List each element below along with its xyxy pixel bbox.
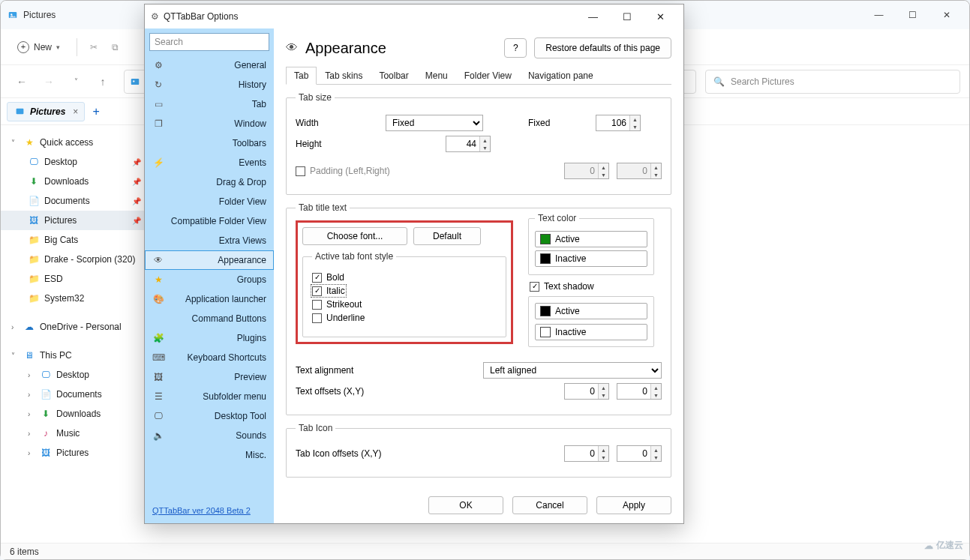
icon-offset-x-input[interactable]: ▲▼	[564, 445, 609, 462]
dialog-titlebar[interactable]: ⚙ QTTabBar Options — ☐ ✕	[145, 4, 683, 28]
add-tab-button[interactable]: +	[88, 105, 104, 118]
subtab-menu[interactable]: Menu	[417, 67, 456, 85]
inactive-color-button[interactable]: Inactive	[535, 250, 647, 267]
page-heading: Appearance	[305, 40, 386, 57]
tab-pictures[interactable]: Pictures ×	[7, 102, 85, 121]
padding-right-input[interactable]: ▲▼	[617, 163, 662, 179]
cancel-button[interactable]: Cancel	[512, 496, 587, 514]
nav-tab[interactable]: ▭Tab	[145, 94, 274, 114]
tab-close-icon[interactable]: ×	[73, 106, 78, 117]
tree-pc-desktop[interactable]: ›🖵Desktop	[1, 365, 147, 385]
icon-offset-y-input[interactable]: ▲▼	[617, 445, 662, 462]
nav-general[interactable]: ⚙General	[145, 55, 274, 75]
nav-toolbars[interactable]: Toolbars	[145, 133, 274, 153]
tree-pc-pictures[interactable]: ›🖼Pictures	[1, 443, 147, 463]
forward-button[interactable]: →	[37, 70, 61, 94]
subtab-folderview[interactable]: Folder View	[456, 67, 520, 85]
text-shadow-checkbox[interactable]: ✓Text shadow	[530, 281, 654, 292]
tree-pictures[interactable]: 🖼Pictures📌	[1, 211, 147, 230]
dialog-minimize-button[interactable]: —	[576, 5, 610, 28]
explorer-close-button[interactable]: ✕	[929, 4, 963, 26]
nav-subfolder[interactable]: ☰Subfolder menu	[145, 387, 274, 406]
recent-dropdown[interactable]: ˅	[64, 70, 88, 94]
nav-appearance[interactable]: 👁Appearance	[145, 250, 274, 270]
nav-keyboard[interactable]: ⌨Keyboard Shortcuts	[145, 348, 274, 367]
tree-desktop[interactable]: 🖵Desktop📌	[1, 152, 147, 172]
pictures-icon	[14, 106, 26, 118]
tree-this-pc[interactable]: ˅🖥This PC	[1, 346, 147, 365]
italic-checkbox[interactable]: ✓Italic	[312, 286, 345, 296]
menu-icon: ☰	[152, 391, 164, 402]
choose-font-button[interactable]: Choose font...	[302, 227, 407, 245]
back-button[interactable]: ←	[10, 70, 34, 94]
default-font-button[interactable]: Default	[413, 227, 481, 245]
nav-dragdrop[interactable]: Drag & Drop	[145, 172, 274, 192]
tree-pc-music[interactable]: ›♪Music	[1, 424, 147, 443]
bold-checkbox[interactable]: ✓Bold	[312, 272, 497, 283]
options-search[interactable]: Search	[149, 33, 269, 51]
copy-icon[interactable]: ⧉	[107, 42, 122, 52]
tree-pc-documents[interactable]: ›📄Documents	[1, 385, 147, 404]
strikeout-checkbox[interactable]: Strikeout	[312, 299, 497, 310]
tree-bigcats[interactable]: 📁Big Cats	[1, 230, 147, 250]
text-align-label: Text alignment	[296, 365, 476, 376]
tree-drake[interactable]: 📁Drake - Scorpion (320)	[1, 250, 147, 269]
explorer-search[interactable]: 🔍 Search Pictures	[705, 70, 960, 94]
qttabbar-options-dialog: ⚙ QTTabBar Options — ☐ ✕ Search ⚙General…	[144, 4, 684, 524]
explorer-maximize-button[interactable]: ☐	[896, 4, 929, 26]
tree-esd[interactable]: 📁ESD	[1, 269, 147, 289]
cloud-icon: ☁	[23, 321, 35, 333]
dialog-main: 👁 Appearance ? Restore defaults of this …	[274, 28, 683, 523]
nav-groups[interactable]: ★Groups	[145, 270, 274, 289]
nav-folderview[interactable]: Folder View	[145, 192, 274, 211]
dialog-close-button[interactable]: ✕	[644, 5, 677, 28]
width-mode-select[interactable]: Fixed	[386, 115, 483, 131]
nav-events[interactable]: ⚡Events	[145, 153, 274, 172]
nav-desktoptool[interactable]: 🖵Desktop Tool	[145, 406, 274, 426]
nav-history[interactable]: ↻History	[145, 75, 274, 94]
ok-button[interactable]: OK	[428, 496, 503, 514]
explorer-minimize-button[interactable]: —	[862, 4, 896, 26]
tree-documents[interactable]: 📄Documents📌	[1, 191, 147, 211]
text-offset-x-input[interactable]: ▲▼	[564, 383, 609, 400]
subtab-tab[interactable]: Tab	[286, 67, 317, 85]
dialog-maximize-button[interactable]: ☐	[610, 5, 644, 28]
tree-system32[interactable]: 📁System32	[1, 289, 147, 308]
tree-onedrive[interactable]: ›☁OneDrive - Personal	[1, 317, 147, 337]
subtab-toolbar[interactable]: Toolbar	[371, 67, 416, 85]
nav-window[interactable]: ❐Window	[145, 114, 274, 133]
fixed-width-input[interactable]: ▲▼	[596, 115, 641, 131]
nav-launcher[interactable]: 🎨Application launcher	[145, 289, 274, 309]
new-button[interactable]: + New ▾	[10, 38, 68, 56]
underline-checkbox[interactable]: Underline	[312, 313, 497, 323]
nav-compat[interactable]: Compatible Folder View	[145, 211, 274, 231]
explorer-title: Pictures	[7, 9, 56, 21]
nav-plugins[interactable]: 🧩Plugins	[145, 328, 274, 348]
help-button[interactable]: ?	[504, 38, 527, 58]
nav-misc[interactable]: Misc.	[145, 445, 274, 465]
version-link[interactable]: QTTabBar ver 2048 Beta 2	[145, 498, 274, 523]
subtab-navpane[interactable]: Navigation pane	[520, 67, 602, 85]
nav-cmdbuttons[interactable]: Command Buttons	[145, 309, 274, 328]
nav-extraviews[interactable]: Extra Views	[145, 231, 274, 250]
active-color-button[interactable]: Active	[535, 231, 647, 247]
padding-checkbox[interactable]: Padding (Left,Right)	[296, 166, 390, 176]
nav-sounds[interactable]: 🔈Sounds	[145, 426, 274, 445]
subtab-tabskins[interactable]: Tab skins	[317, 67, 371, 85]
tree-pc-downloads[interactable]: ›⬇Downloads	[1, 404, 147, 424]
nav-preview[interactable]: 🖼Preview	[145, 367, 274, 387]
shadow-active-button[interactable]: Active	[535, 303, 647, 319]
tree-downloads[interactable]: ⬇Downloads📌	[1, 172, 147, 191]
fixed-label: Fixed	[528, 118, 588, 128]
height-input[interactable]: ▲▼	[446, 136, 491, 152]
cut-icon[interactable]: ✂	[86, 42, 101, 52]
padding-left-input[interactable]: ▲▼	[564, 163, 609, 179]
text-offset-y-input[interactable]: ▲▼	[617, 383, 662, 400]
restore-defaults-button[interactable]: Restore defaults of this page	[534, 37, 671, 58]
up-button[interactable]: ↑	[91, 70, 115, 94]
tabsize-fieldset: Tab size Width Fixed Fixed ▲▼ Height ▲▼ …	[286, 92, 671, 195]
text-align-select[interactable]: Left aligned	[483, 362, 662, 379]
shadow-inactive-button[interactable]: Inactive	[535, 324, 647, 340]
apply-button[interactable]: Apply	[596, 496, 671, 514]
tree-quick-access[interactable]: ˅★Quick access	[1, 133, 147, 152]
